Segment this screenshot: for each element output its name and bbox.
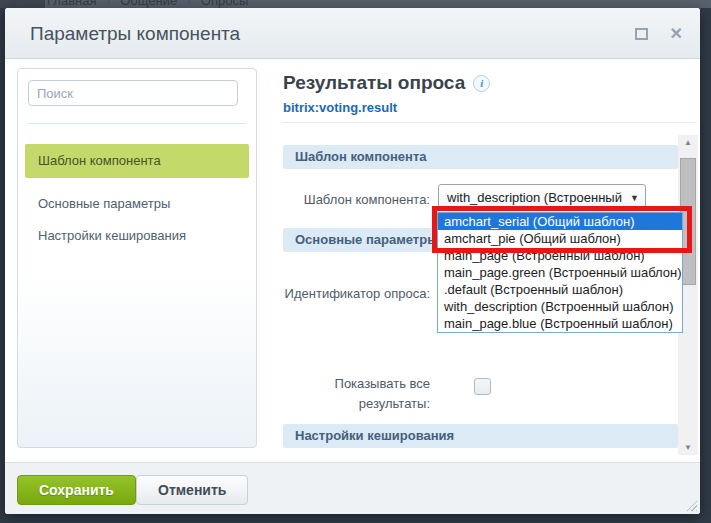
- dropdown-option-amchart-pie[interactable]: amchart_pie (Общий шаблон): [438, 230, 682, 247]
- component-code-link[interactable]: bitrix:voting.result: [283, 100, 397, 115]
- section-header-caching: Настройки кеширования: [283, 424, 678, 448]
- sidebar-item-caching[interactable]: Настройки кеширования: [25, 220, 249, 252]
- chevron-down-icon: ▼: [630, 193, 639, 203]
- sidebar-divider: [28, 123, 246, 124]
- breadcrumb-item-home: Главная: [47, 0, 96, 8]
- poll-id-label: Идентификатор опроса:: [283, 284, 430, 304]
- breadcrumb-separator: ›: [187, 0, 191, 7]
- close-icon[interactable]: ✕: [670, 22, 683, 46]
- page-corner: [0, 0, 45, 8]
- dropdown-option-main-page[interactable]: main_page (Встроенный шаблон): [438, 247, 682, 264]
- dropdown-option-with-description[interactable]: with_description (Встроенный шаблон): [438, 298, 682, 315]
- dialog-title: Параметры компонента: [30, 8, 240, 59]
- section-header-template: Шаблон компонента: [283, 145, 678, 169]
- show-all-results-checkbox[interactable]: [474, 378, 491, 395]
- dropdown-option-main-page-green[interactable]: main_page.green (Встроенный шаблон): [438, 264, 682, 281]
- breadcrumb-item-polls: Опросы: [201, 0, 248, 8]
- breadcrumb-item-communication: Общение: [120, 0, 177, 8]
- cancel-button[interactable]: Отменить: [136, 475, 248, 505]
- sidebar-item-template[interactable]: Шаблон компонента: [25, 144, 249, 178]
- dropdown-option-main-page-blue[interactable]: main_page.blue (Встроенный шаблон): [438, 315, 682, 332]
- scroll-up-icon[interactable]: ▲: [678, 135, 698, 150]
- dialog-titlebar: Параметры компонента ✕: [5, 8, 700, 59]
- sidebar: Шаблон компонента Основные параметры Нас…: [17, 68, 257, 448]
- dropdown-option-default[interactable]: .default (Встроенный шаблон): [438, 281, 682, 298]
- sidebar-item-main-params[interactable]: Основные параметры: [25, 188, 249, 220]
- dimmed-page-background: Главная›Общение›Опросы: [0, 0, 711, 8]
- template-field-label: Шаблон компонента:: [283, 190, 430, 210]
- maximize-icon[interactable]: [635, 28, 648, 40]
- scroll-down-icon[interactable]: ▼: [678, 440, 698, 455]
- dialog-footer: Сохранить Отменить: [5, 462, 700, 514]
- component-title: Результаты опросаi: [283, 72, 490, 96]
- show-all-results-label: Показывать все результаты:: [283, 374, 430, 414]
- dropdown-option-amchart-serial[interactable]: amchart_serial (Общий шаблон): [438, 213, 682, 230]
- info-icon[interactable]: i: [473, 75, 490, 92]
- save-button[interactable]: Сохранить: [17, 475, 136, 505]
- search-input[interactable]: [28, 80, 238, 106]
- component-title-text: Результаты опроса: [283, 72, 465, 93]
- component-parameters-dialog: Параметры компонента ✕ Шаблон компонента…: [5, 8, 700, 514]
- screen: Главная›Общение›Опросы Параметры компоне…: [0, 0, 711, 523]
- breadcrumb: Главная›Общение›Опросы: [47, 0, 248, 8]
- header-divider: [283, 122, 697, 123]
- template-select-value: with_description (Встроенный шаблон): [447, 185, 625, 210]
- template-dropdown-list: amchart_serial (Общий шаблон) amchart_pi…: [437, 212, 683, 333]
- breadcrumb-separator: ›: [106, 0, 110, 7]
- template-select[interactable]: with_description (Встроенный шаблон) ▼: [438, 184, 646, 211]
